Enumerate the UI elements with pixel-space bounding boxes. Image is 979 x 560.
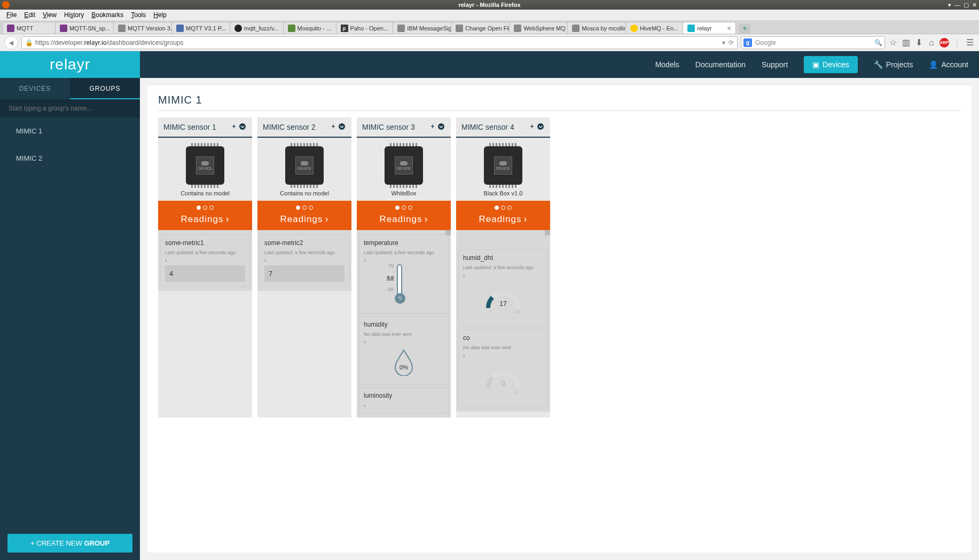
sidebar-item-mimic2[interactable]: MIMIC 2: [0, 145, 140, 172]
readings-label: Readings: [257, 214, 351, 225]
nav-account[interactable]: 👤 Account: [929, 60, 968, 69]
chevron-down-icon[interactable]: [437, 123, 445, 131]
browser-tab[interactable]: HiveMQ - En...: [625, 22, 683, 34]
page-dots[interactable]: [257, 201, 351, 214]
browser-tab[interactable]: MQTT V3.1 P...: [171, 22, 230, 34]
chevron-down-icon[interactable]: [238, 123, 247, 131]
page-dots[interactable]: [158, 201, 252, 214]
close-tab-icon[interactable]: ×: [727, 24, 731, 33]
brand-logo[interactable]: relayr: [0, 51, 140, 78]
nav-models[interactable]: Models: [655, 60, 679, 69]
menu-help[interactable]: Help: [150, 10, 170, 20]
search-bar[interactable]: g Google 🔍: [741, 36, 885, 49]
nav-projects[interactable]: 🔧 Projects: [874, 60, 913, 69]
tab-label: IBM MessageSig...: [407, 25, 451, 31]
sidebar-search-input[interactable]: [9, 105, 131, 112]
menu-bookmarks[interactable]: Bookmarks: [88, 10, 127, 20]
browser-tab[interactable]: MQTT Version 3....: [113, 22, 172, 34]
wrench-icon: 🔧: [874, 60, 883, 69]
svg-text:17: 17: [499, 299, 507, 307]
menu-edit[interactable]: Edit: [21, 10, 38, 20]
metric-updated: No data was ever sent: [463, 345, 543, 350]
page-dots[interactable]: [456, 201, 550, 214]
home-icon[interactable]: ⌂: [927, 38, 936, 48]
scrollbar[interactable]: [545, 230, 550, 235]
expand-icon[interactable]: ›: [264, 257, 344, 263]
svg-text:0%: 0%: [400, 364, 408, 370]
sidebar-item-mimic1[interactable]: MIMIC 1: [0, 117, 140, 145]
chevron-down-icon[interactable]: [338, 123, 346, 131]
sidebar-search[interactable]: [0, 99, 140, 117]
menu-file[interactable]: File: [3, 10, 20, 20]
sidebar-tab-groups[interactable]: GROUPS: [70, 78, 140, 99]
browser-tab[interactable]: MQTT: [2, 22, 56, 34]
expand-icon[interactable]: ›: [463, 272, 543, 278]
add-icon[interactable]: +: [428, 123, 437, 131]
expand-icon[interactable]: ›: [165, 257, 245, 263]
library-icon[interactable]: ▥: [901, 38, 911, 48]
expand-icon[interactable]: ›: [463, 352, 543, 358]
url-dropdown-icon[interactable]: ▾: [722, 39, 725, 46]
browser-tab[interactable]: Change Open Fil...: [451, 22, 510, 34]
nav-documentation[interactable]: Documentation: [695, 60, 746, 69]
browser-tab[interactable]: MQTT-SN_sp...: [55, 22, 114, 34]
svg-text:0: 0: [489, 310, 491, 314]
menu-view[interactable]: View: [40, 10, 60, 20]
back-button[interactable]: ◄: [4, 36, 18, 50]
browser-tab[interactable]: Mosquito - ...: [283, 22, 336, 34]
browser-tab[interactable]: IBM MessageSig...: [393, 22, 451, 34]
readings-tab[interactable]: Readings: [158, 201, 252, 230]
toolbar: ◄ 🔒 https://developer.relayr.io/dashboar…: [0, 34, 979, 51]
bookmark-star-icon[interactable]: ☆: [888, 38, 898, 48]
browser-tab[interactable]: relayr×: [683, 22, 736, 34]
tab-label: Paho - Open...: [350, 25, 389, 31]
url-bar[interactable]: 🔒 https://developer.relayr.io/dashboard/…: [21, 36, 738, 49]
window-close-icon[interactable]: ✕: [972, 2, 977, 9]
window-menu-icon[interactable]: ▾: [948, 2, 951, 9]
tab-label: Mosca by mcollina: [582, 25, 626, 31]
scrollbar[interactable]: [445, 230, 451, 235]
readings-tab[interactable]: Readings: [456, 201, 550, 230]
window-maximize-icon[interactable]: ▢: [964, 2, 969, 9]
sidebar-tab-devices[interactable]: DEVICES: [0, 78, 70, 99]
nav-devices-button[interactable]: ▣ Devices: [804, 56, 858, 73]
chip-icon: ▣: [812, 60, 819, 69]
expand-icon[interactable]: ›: [364, 403, 444, 408]
create-group-button[interactable]: + CREATE NEW GROUP: [7, 534, 132, 553]
sensor-name: MIMIC sensor 1: [163, 123, 230, 131]
svg-text:0: 0: [501, 380, 505, 388]
add-icon[interactable]: +: [329, 123, 338, 131]
add-icon[interactable]: +: [230, 123, 238, 131]
favicon-icon: [7, 25, 14, 32]
add-icon[interactable]: +: [528, 123, 536, 131]
chevron-down-icon[interactable]: [536, 123, 545, 131]
readings-tab[interactable]: Readings: [357, 201, 451, 230]
expand-icon[interactable]: ›: [364, 257, 444, 263]
device-image: DEVICEWhiteBox: [357, 138, 451, 201]
lock-icon: 🔒: [25, 39, 33, 46]
favicon-icon: [572, 25, 579, 32]
browser-tab[interactable]: mqtt_fuzz/v...: [230, 22, 284, 34]
metric-box: coNo data was ever sent›0010: [458, 329, 548, 407]
downloads-icon[interactable]: ⬇: [914, 38, 923, 48]
window-minimize-icon[interactable]: —: [954, 2, 960, 9]
menu-tools[interactable]: Tools: [128, 10, 149, 20]
expand-icon[interactable]: ›: [364, 339, 444, 345]
device-image: DEVICEContains no model: [257, 138, 351, 201]
humidity-drop-icon: 0%: [393, 349, 414, 376]
menu-history[interactable]: History: [61, 10, 87, 20]
browser-tab[interactable]: pPaho - Open...: [336, 22, 394, 34]
nav-support[interactable]: Support: [762, 60, 788, 69]
reload-icon[interactable]: ⟳: [729, 39, 734, 46]
browser-tab[interactable]: Mosca by mcollina: [567, 22, 626, 34]
tab-label: WebSphere MQ ...: [523, 25, 568, 31]
search-icon[interactable]: 🔍: [874, 39, 882, 46]
readings-tab[interactable]: Readings: [257, 201, 351, 230]
hamburger-menu-icon[interactable]: ☰: [965, 38, 975, 48]
device-image: DEVICEContains no model: [158, 138, 252, 201]
sensor-card: MIMIC sensor 4+DEVICEBlack Box v1.0Readi…: [456, 117, 550, 417]
browser-tab[interactable]: WebSphere MQ ...: [509, 22, 568, 34]
new-tab-button[interactable]: +: [739, 24, 750, 34]
page-dots[interactable]: [357, 201, 451, 214]
adblock-icon[interactable]: ABP: [939, 38, 949, 48]
